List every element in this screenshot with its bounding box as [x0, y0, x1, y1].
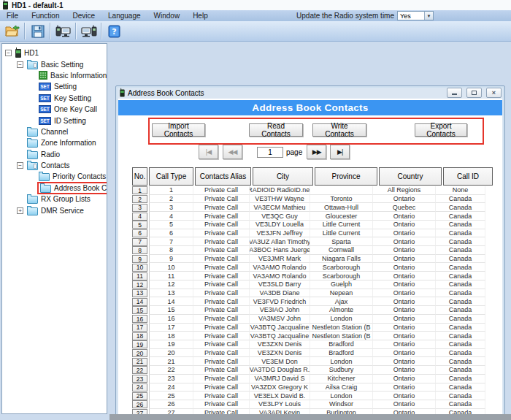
row-number-cell[interactable]: 9 — [132, 255, 147, 263]
tree-item-channel[interactable]: Channel — [2, 126, 107, 137]
tree-item-one-key-call[interactable]: SETOne Key Call — [2, 104, 107, 115]
collapse-icon[interactable]: − — [5, 50, 12, 56]
collapse-icon[interactable]: − — [17, 162, 23, 169]
table-row[interactable]: 66Private CallVE3JFN JeffreyLittle Curre… — [132, 229, 493, 238]
row-number-cell[interactable]: 18 — [132, 332, 147, 340]
tree-item-rx-group-lists[interactable]: RX Group Lists — [2, 194, 107, 205]
row-number-cell[interactable]: 4 — [132, 213, 147, 221]
row-number-cell[interactable]: 10 — [132, 264, 147, 272]
row-number-cell[interactable]: 24 — [132, 383, 147, 392]
table-row[interactable]: 1616Private CallVA3MSV JohnLondonOntario… — [132, 315, 493, 324]
table-row[interactable]: 2222Private CallVA3TDG Douglas R.Sudbury… — [132, 366, 493, 375]
row-number-cell[interactable]: 2 — [132, 195, 147, 203]
row-number-cell[interactable]: 11 — [132, 272, 147, 280]
table-row[interactable]: 1515Private CallVE3IAO JohnAlmonteOntari… — [132, 306, 493, 315]
table-row[interactable]: 2525Private CallVE3ELX David B.LondonOnt… — [132, 392, 493, 400]
menu-device[interactable]: Device — [66, 10, 101, 21]
table-row[interactable]: 33Private CallVA3ECM MathieuOttawa-HullQ… — [132, 203, 493, 212]
next-page-button[interactable]: ▶▶ — [307, 145, 326, 159]
table-row[interactable]: 99Private CallVE3JMR MarkNiagara FallsOn… — [132, 255, 493, 264]
row-number-cell[interactable]: 20 — [132, 349, 147, 357]
child-titlebar[interactable]: Address Book Contacts × — [116, 86, 504, 99]
row-number-cell[interactable]: 22 — [132, 366, 147, 374]
save-button[interactable] — [28, 22, 47, 40]
tree-item-basic-information[interactable]: Basic Information — [2, 70, 107, 81]
row-number-cell[interactable]: 19 — [132, 340, 147, 348]
menu-language[interactable]: Language — [101, 10, 147, 21]
tree-item-zone-information[interactable]: Zone Information — [2, 137, 107, 148]
table-row[interactable]: 11Private CallRADIOID RadioID.netAll Reg… — [132, 186, 493, 195]
table-row[interactable]: 22Private CallVE3THW WayneTorontoOntario… — [132, 195, 493, 204]
menu-window[interactable]: Window — [147, 10, 187, 21]
row-number-cell[interactable]: 12 — [132, 280, 147, 289]
table-row[interactable]: 1111Private CallVA3AMO RolandoScarboroug… — [132, 272, 493, 280]
menu-help[interactable]: Help — [186, 10, 215, 21]
close-button[interactable]: × — [486, 88, 502, 98]
row-number-cell[interactable]: 23 — [132, 375, 147, 383]
table-row[interactable]: 2626Private CallVE3LPY LouisWindsorOntar… — [132, 400, 493, 409]
import-contacts-button[interactable]: Import Contacts — [152, 123, 205, 137]
open-file-button[interactable] — [2, 22, 22, 40]
table-row[interactable]: 44Private CallVE3QC GuyGloucesterOntario… — [132, 212, 493, 221]
read-from-radio-button[interactable] — [53, 22, 73, 40]
row-number-cell[interactable]: 13 — [132, 289, 147, 297]
row-number-cell[interactable]: 6 — [132, 229, 147, 237]
table-row[interactable]: 55Private CallVE3LDY LouellaLittle Curre… — [132, 221, 493, 229]
row-number-cell[interactable]: 5 — [132, 221, 147, 229]
folder-icon — [39, 173, 50, 181]
row-number-cell[interactable]: 8 — [132, 246, 147, 254]
tree-item-key-setting[interactable]: SETKey Setting — [2, 93, 107, 104]
tree-item-radio[interactable]: Radio — [2, 149, 107, 160]
tree-item-hd1[interactable]: −HD1 — [2, 47, 107, 58]
write-to-radio-button[interactable] — [79, 22, 99, 40]
previous-page-button[interactable]: ◀◀ — [223, 145, 242, 159]
table-row[interactable]: 77Private CallVA3UZ Allan TimothySpartaO… — [132, 237, 493, 246]
table-row[interactable]: 1717Private CallVA3BTQ JacqualineNestlet… — [132, 324, 493, 332]
row-number-cell[interactable]: 7 — [132, 238, 147, 246]
tree-item-basic-setting[interactable]: −Basic Setting — [2, 58, 107, 69]
tree-item-contacts[interactable]: −Contacts — [2, 160, 107, 171]
read-contacts-button[interactable]: Read Contacts — [249, 123, 303, 137]
export-contacts-button[interactable]: Export Contacts — [415, 123, 467, 137]
table-row[interactable]: 1818Private CallVA3BTQ JacqualineNestlet… — [132, 332, 493, 340]
tree-item-dmr-service[interactable]: +DMR Service — [2, 205, 107, 215]
cell: Private Call — [193, 229, 250, 238]
table-row[interactable]: 1313Private CallVA3DB DianeNepeanOntario… — [132, 289, 493, 298]
table-row[interactable]: 1414Private CallVE3FVD FriedrichAjaxOnta… — [132, 297, 493, 306]
chevron-down-icon[interactable]: ▼ — [424, 12, 433, 20]
table-row[interactable]: 2323Private CallVA3MRJ David SKitchenerO… — [132, 375, 493, 383]
row-number-cell[interactable]: 14 — [132, 298, 147, 306]
row-number-cell[interactable]: 15 — [132, 306, 147, 314]
table-row[interactable]: 1919Private CallVE3ZXN DenisBradfordOnta… — [132, 340, 493, 349]
table-row[interactable]: 2121Private CallVE3EM DonLondonOntarioCa… — [132, 357, 493, 366]
row-number-cell[interactable]: 3 — [132, 204, 147, 212]
page-input[interactable] — [257, 147, 283, 158]
menu-function[interactable]: Function — [25, 10, 66, 21]
minimize-button[interactable] — [447, 88, 462, 98]
row-cells: 18Private CallVA3BTQ JacqualineNestleton… — [149, 332, 485, 340]
table-row[interactable]: 1212Private CallVE3SLD BarryGuelphOntari… — [132, 280, 493, 289]
row-number-cell[interactable]: 25 — [132, 392, 147, 400]
collapse-icon[interactable]: − — [17, 61, 23, 68]
tree-item-id-setting[interactable]: SETID Setting — [2, 115, 107, 126]
restore-button[interactable] — [466, 88, 482, 98]
tree-item-address-book-contacts[interactable]: Address Book Contacts — [2, 183, 107, 194]
tree-item-setting[interactable]: SETSetting — [2, 81, 107, 92]
row-number-cell[interactable]: 26 — [132, 400, 147, 408]
first-page-button[interactable]: |◀ — [199, 145, 218, 159]
tree-item-priority-contacts[interactable]: Priority Contacts — [2, 171, 107, 182]
row-number-cell[interactable]: 1 — [132, 186, 147, 194]
row-number-cell[interactable]: 21 — [132, 358, 147, 366]
write-contacts-button[interactable]: Write Contacts — [312, 123, 366, 137]
table-row[interactable]: 1010Private CallVA3AMO RolandoScarboroug… — [132, 263, 493, 272]
table-row[interactable]: 2424Private CallVA3ZDX Gregory KAilsa Cr… — [132, 383, 493, 392]
table-row[interactable]: 2020Private CallVE3ZXN DenisBradfordOnta… — [132, 349, 493, 358]
row-number-cell[interactable]: 16 — [132, 315, 147, 323]
last-page-button[interactable]: ▶| — [330, 145, 350, 159]
expand-icon[interactable]: + — [17, 207, 23, 214]
row-number-cell[interactable]: 17 — [132, 324, 147, 332]
table-row[interactable]: 88Private CallVA3BOC Hans JuergenCornwal… — [132, 246, 493, 255]
menu-file[interactable]: File — [0, 10, 25, 21]
update-time-select[interactable]: Yes ▼ — [397, 11, 434, 20]
help-button[interactable]: ? — [104, 22, 124, 40]
